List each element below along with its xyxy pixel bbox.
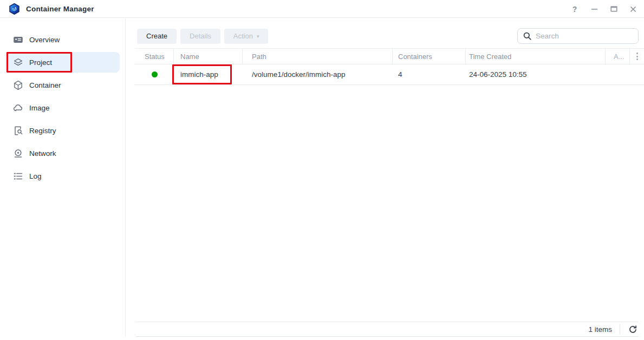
sidebar-item-label: Overview [29, 36, 60, 44]
items-count: 1 items [588, 325, 612, 334]
sidebar-item-label: Network [29, 149, 56, 158]
row-time-created-cell: 24-06-2025 10:55 [466, 64, 606, 84]
project-table: Status Name Path Containers Time Created… [135, 48, 644, 85]
table-row[interactable]: immich-app /volume1/docker/immich-app 4 … [135, 64, 644, 85]
network-icon [13, 148, 23, 159]
sidebar: Overview Project Container Image Registr… [0, 18, 126, 337]
sidebar-item-image[interactable]: Image [5, 97, 120, 118]
sidebar-item-overview[interactable]: Overview [5, 29, 120, 50]
sidebar-item-container[interactable]: Container [5, 75, 120, 95]
chevron-down-icon: ▾ [257, 34, 259, 39]
sidebar-item-label: Registry [29, 127, 56, 135]
search-input[interactable] [536, 32, 638, 40]
minimize-icon[interactable] [590, 5, 599, 14]
table-header: Status Name Path Containers Time Created… [135, 48, 644, 64]
row-action-cell [606, 64, 630, 84]
search-icon [523, 31, 532, 41]
window-controls: ? [570, 0, 638, 18]
column-header-time-created[interactable]: Time Created [466, 49, 606, 64]
column-header-path[interactable]: Path [243, 49, 393, 64]
main-panel: Create Details Action ▾ Status Name Path… [126, 18, 644, 340]
status-running-dot [152, 71, 158, 77]
sidebar-item-network[interactable]: Network [5, 143, 120, 164]
image-icon [13, 103, 23, 113]
sidebar-item-label: Log [29, 172, 42, 180]
column-header-action-truncated[interactable]: A... [606, 49, 630, 64]
action-button-label: Action [233, 32, 253, 40]
footer-divider [620, 324, 620, 335]
sidebar-item-log[interactable]: Log [5, 166, 120, 186]
container-manager-logo-icon [8, 2, 21, 15]
row-containers-cell: 4 [393, 64, 466, 84]
sidebar-item-project[interactable]: Project [5, 52, 120, 73]
registry-icon [13, 126, 23, 136]
search-box [517, 28, 639, 44]
row-status-cell [135, 64, 174, 84]
sidebar-item-label: Image [29, 104, 50, 112]
close-icon[interactable] [629, 5, 638, 14]
toolbar: Create Details Action ▾ [137, 28, 639, 44]
row-menu-cell [630, 64, 644, 84]
details-button[interactable]: Details [180, 29, 220, 44]
overview-icon [13, 35, 23, 45]
column-settings-button[interactable] [630, 49, 644, 64]
container-icon [13, 80, 23, 90]
titlebar: Container Manager ? [0, 0, 644, 18]
maximize-icon[interactable] [609, 5, 618, 14]
sidebar-item-label: Container [29, 81, 61, 89]
sidebar-item-registry[interactable]: Registry [5, 120, 120, 141]
column-header-containers[interactable]: Containers [393, 49, 466, 64]
app-title: Container Manager [26, 5, 94, 13]
column-header-status[interactable]: Status [135, 49, 174, 64]
kebab-menu-icon [636, 53, 638, 60]
row-path-cell: /volume1/docker/immich-app [243, 64, 393, 84]
project-icon [13, 57, 23, 68]
action-button[interactable]: Action ▾ [224, 29, 269, 44]
footer-bar: 1 items [136, 322, 639, 337]
column-header-name[interactable]: Name [174, 49, 243, 64]
help-icon[interactable]: ? [570, 5, 579, 14]
row-name-cell: immich-app [174, 64, 243, 84]
create-button[interactable]: Create [137, 29, 177, 44]
refresh-icon[interactable] [627, 323, 639, 335]
log-icon [13, 171, 23, 181]
sidebar-item-label: Project [29, 58, 52, 67]
